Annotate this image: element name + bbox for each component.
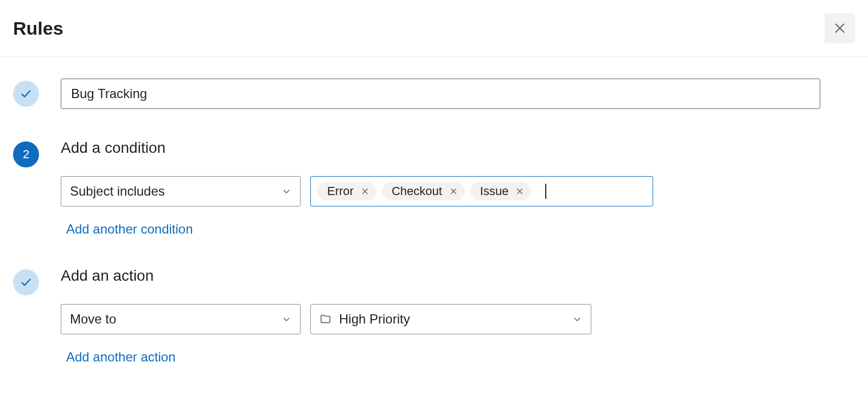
checkmark-icon <box>20 88 32 100</box>
step-number-badge: 2 <box>13 141 39 167</box>
step-status-badge <box>13 269 39 295</box>
add-condition-link[interactable]: Add another condition <box>66 222 855 237</box>
checkmark-icon <box>20 276 32 288</box>
chevron-down-icon <box>282 314 291 324</box>
dialog-content: 2 Add a condition Subject includes Error <box>0 57 868 365</box>
tag-label: Checkout <box>392 185 442 197</box>
action-target-value: High Priority <box>339 312 410 327</box>
condition-value-input[interactable]: Error Checkout <box>310 176 653 206</box>
tag-remove-button[interactable] <box>448 185 459 197</box>
step-number: 2 <box>23 147 29 161</box>
close-icon <box>450 187 457 195</box>
step-status-badge <box>13 81 39 107</box>
step-action: Add an action Move to High Priori <box>13 267 855 365</box>
close-icon <box>516 187 524 195</box>
step-condition: 2 Add a condition Subject includes Error <box>13 139 855 237</box>
condition-type-value: Subject includes <box>70 184 165 199</box>
action-type-value: Move to <box>70 312 116 327</box>
tag-remove-button[interactable] <box>359 185 371 197</box>
tag-chip: Error <box>317 182 376 200</box>
text-cursor <box>545 184 546 199</box>
dialog-header: Rules <box>0 0 868 57</box>
page-title: Rules <box>13 18 63 39</box>
condition-type-select[interactable]: Subject includes <box>61 176 301 206</box>
rule-name-input[interactable] <box>61 79 820 109</box>
close-button[interactable] <box>825 13 855 43</box>
close-icon <box>361 187 369 195</box>
action-target-select[interactable]: High Priority <box>310 304 591 334</box>
tag-label: Issue <box>480 185 509 197</box>
chevron-down-icon <box>572 314 582 324</box>
chevron-down-icon <box>282 186 291 196</box>
tag-chip: Checkout <box>382 182 465 200</box>
action-type-select[interactable]: Move to <box>61 304 301 334</box>
step-rule-name <box>13 79 855 109</box>
folder-icon <box>320 313 331 325</box>
condition-section-title: Add a condition <box>61 139 855 157</box>
tag-chip: Issue <box>470 182 532 200</box>
tag-label: Error <box>327 185 354 197</box>
action-section-title: Add an action <box>61 267 855 284</box>
close-icon <box>833 22 846 35</box>
tag-remove-button[interactable] <box>514 185 526 197</box>
add-action-link[interactable]: Add another action <box>66 350 855 365</box>
